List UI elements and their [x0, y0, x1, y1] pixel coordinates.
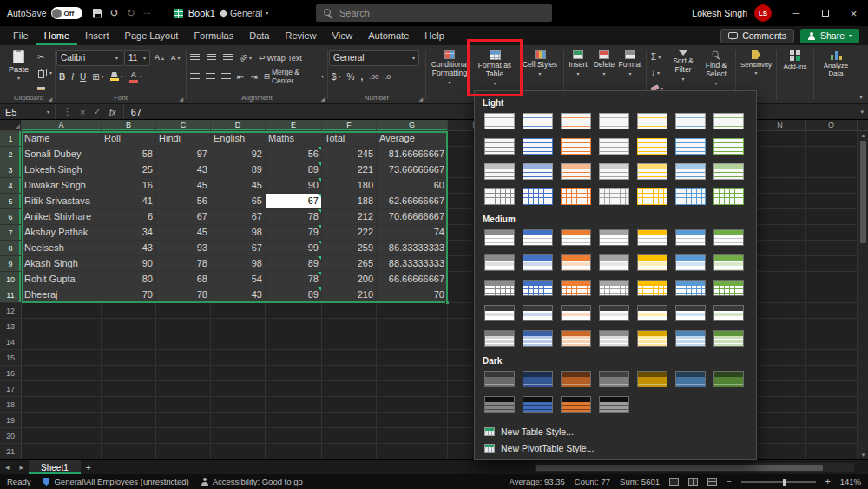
table-style-light-16[interactable]	[520, 161, 556, 182]
cell-O12[interactable]	[806, 303, 858, 319]
cell-F19[interactable]	[322, 413, 377, 428]
cell-O10[interactable]	[806, 272, 858, 287]
cell-G6[interactable]: 70.66666667	[377, 209, 448, 225]
next-sheet-icon[interactable]: ▸	[15, 463, 30, 472]
insert-cells-button[interactable]: Insert ▾	[565, 47, 591, 76]
align-bottom-button[interactable]	[220, 51, 235, 64]
cell-G9[interactable]: 88.33333333	[377, 256, 448, 272]
wrap-text-button[interactable]: ↩Wrap Text	[256, 51, 305, 64]
table-style-light-21[interactable]	[711, 161, 746, 182]
table-style-dark-10[interactable]	[558, 393, 594, 415]
table-style-light-15[interactable]	[482, 161, 517, 182]
new-table-style-item[interactable]: New Table Style...	[482, 423, 749, 439]
table-style-light-28[interactable]	[711, 186, 746, 208]
row-header-19[interactable]: 19	[0, 413, 22, 428]
table-style-medium-3[interactable]	[558, 227, 594, 248]
cell-N1[interactable]	[755, 131, 806, 147]
table-style-medium-5[interactable]	[635, 227, 670, 248]
table-style-dark-3[interactable]	[558, 368, 594, 390]
cell-G5[interactable]: 62.66666667	[377, 194, 448, 209]
fill-button[interactable]: ↓▾	[648, 66, 666, 79]
cell-D1[interactable]: English	[211, 131, 266, 147]
cell-C20[interactable]	[156, 428, 211, 444]
cell-B16[interactable]	[102, 366, 156, 381]
comments-button[interactable]: Comments	[720, 29, 794, 43]
cell-E1[interactable]: Maths	[266, 131, 322, 147]
table-style-medium-21[interactable]	[711, 277, 746, 299]
accessibility-status[interactable]: Accessibility: Good to go	[201, 477, 303, 486]
cell-N17[interactable]	[755, 381, 806, 397]
cell-F13[interactable]	[322, 319, 377, 334]
cell-E21[interactable]	[266, 444, 322, 459]
table-style-medium-33[interactable]	[635, 327, 670, 349]
cell-O15[interactable]	[806, 350, 858, 366]
expand-formula-bar-icon[interactable]: ▾	[860, 109, 864, 116]
table-style-light-20[interactable]	[673, 161, 708, 182]
cell-A5[interactable]: Ritik Srivastava	[22, 194, 102, 209]
cell-G18[interactable]	[377, 397, 448, 413]
row-header-4[interactable]: 4	[0, 178, 22, 194]
table-style-medium-35[interactable]	[711, 327, 746, 349]
format-painter-button[interactable]	[35, 82, 54, 92]
table-style-medium-29[interactable]	[482, 327, 517, 349]
table-style-medium-13[interactable]	[673, 252, 708, 274]
cell-D10[interactable]: 54	[211, 272, 266, 287]
enter-icon[interactable]: ✓	[93, 106, 101, 117]
restore-button[interactable]	[811, 0, 839, 26]
cell-O20[interactable]	[806, 428, 858, 444]
table-style-medium-4[interactable]	[596, 227, 632, 248]
cell-O2[interactable]	[806, 147, 858, 162]
table-style-light-25[interactable]	[596, 186, 632, 208]
cell-B1[interactable]: Roll	[102, 131, 156, 147]
cell-F4[interactable]: 180	[322, 178, 377, 194]
row-header-12[interactable]: 12	[0, 303, 22, 319]
cell-B21[interactable]	[102, 444, 156, 459]
percent-style-button[interactable]: %	[345, 70, 358, 83]
table-style-medium-1[interactable]	[482, 227, 517, 248]
table-style-medium-12[interactable]	[635, 252, 670, 274]
cell-A15[interactable]	[22, 350, 102, 366]
cell-G14[interactable]	[377, 334, 448, 350]
cell-G7[interactable]: 74	[377, 225, 448, 241]
cell-F18[interactable]	[322, 397, 377, 413]
row-header-18[interactable]: 18	[0, 397, 22, 413]
cell-N7[interactable]	[755, 225, 806, 241]
minimize-button[interactable]: ─	[782, 0, 811, 26]
table-style-medium-28[interactable]	[711, 302, 746, 324]
cell-C13[interactable]	[156, 319, 211, 334]
cell-F10[interactable]: 200	[322, 272, 377, 287]
align-center-button[interactable]	[203, 70, 218, 83]
cell-A3[interactable]: Lokesh Singh	[22, 162, 102, 178]
cell-G16[interactable]	[377, 366, 448, 381]
row-header-17[interactable]: 17	[0, 381, 22, 397]
table-style-light-1[interactable]	[482, 110, 517, 132]
cell-D17[interactable]	[211, 381, 266, 397]
cell-G1[interactable]: Average	[377, 131, 448, 147]
cell-C21[interactable]	[156, 444, 211, 459]
cell-B7[interactable]: 34	[102, 225, 156, 241]
underline-button[interactable]: U	[77, 70, 89, 83]
cell-E11[interactable]: 89	[266, 287, 322, 303]
table-style-light-7[interactable]	[711, 110, 746, 132]
column-header-D[interactable]: D	[211, 120, 266, 130]
scroll-down-icon[interactable]: ▼	[858, 452, 868, 459]
cell-A18[interactable]	[22, 397, 102, 413]
table-style-light-22[interactable]	[482, 186, 517, 208]
cell-D21[interactable]	[211, 444, 266, 459]
autosave-toggle[interactable]: AutoSave Off	[7, 7, 82, 19]
table-style-dark-5[interactable]	[635, 368, 670, 390]
horizontal-scrollbar[interactable]	[535, 463, 854, 472]
cell-A9[interactable]: Akash Singh	[22, 256, 102, 272]
analyze-data-button[interactable]: Analyze Data	[815, 47, 857, 77]
cell-C6[interactable]: 67	[156, 209, 211, 225]
cell-D11[interactable]: 43	[211, 287, 266, 303]
row-header-6[interactable]: 6	[0, 209, 22, 225]
cell-A10[interactable]: Rohit Gupta	[22, 272, 102, 287]
cell-N20[interactable]	[755, 428, 806, 444]
cell-D18[interactable]	[211, 397, 266, 413]
row-header-8[interactable]: 8	[0, 241, 22, 256]
zoom-level[interactable]: 141%	[840, 477, 861, 486]
cell-B4[interactable]: 16	[102, 178, 156, 194]
column-header-A[interactable]: A	[22, 120, 102, 130]
cell-E19[interactable]	[266, 413, 322, 428]
